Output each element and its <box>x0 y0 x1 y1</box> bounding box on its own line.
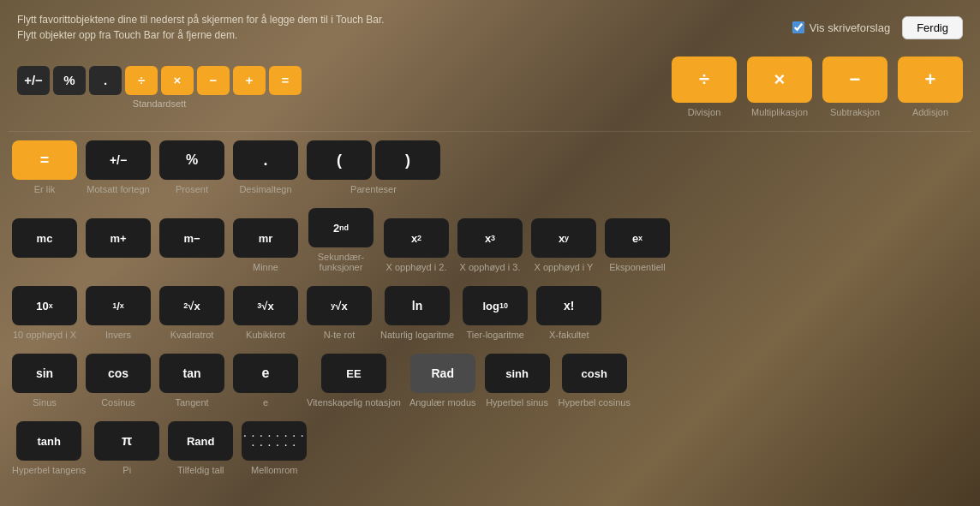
btn-x3[interactable]: x3 <box>457 218 523 258</box>
item-motsatt: +/− Motsatt fortegn <box>86 140 151 194</box>
btn-motsatt[interactable]: +/− <box>86 140 151 180</box>
item-nrt: y√x N-te rot <box>307 286 372 340</box>
op-multiplikasjon: × Multiplikasjon <box>747 57 812 117</box>
op-buttons-group: ÷ Divisjon × Multiplikasjon − Subtraksjo… <box>672 57 963 117</box>
btn-ee[interactable]: EE <box>321 354 386 393</box>
item-parenteser: ( ) Parenteser <box>307 140 440 194</box>
btn-cosh[interactable]: cosh <box>562 354 627 393</box>
item-x2: x2 X opphøyd i 2. <box>384 218 449 272</box>
btn-10x[interactable]: 10x <box>12 286 77 325</box>
btn-desimal[interactable]: . <box>233 140 298 180</box>
btn-nrt[interactable]: y√x <box>307 286 372 325</box>
lbl-x3: X opphøyd i 3. <box>460 262 521 272</box>
instruction-text: Flytt favorittobjektene dine til nederst… <box>17 12 385 43</box>
row-logs: 10x 10 opphøyd i X 1/x Invers 2√x Kvadra… <box>9 279 971 347</box>
op-divisjon-btn[interactable]: ÷ <box>672 57 737 103</box>
tb-multiply[interactable]: × <box>161 66 194 95</box>
btn-x2[interactable]: x2 <box>384 218 449 258</box>
op-addisjon: + Addisjon <box>898 57 963 117</box>
ferdig-button[interactable]: Ferdig <box>902 16 963 39</box>
lbl-rand: Tilfeldig tall <box>177 465 224 475</box>
row-trig: sin Sinus cos Cosinus tan Tangent e e EE… <box>9 347 971 414</box>
top-bar: Flytt favorittobjektene dine til nederst… <box>0 0 980 51</box>
btn-pi[interactable]: π <box>94 421 159 461</box>
item-cbrt: 3√x Kubikkrot <box>233 286 298 340</box>
btn-xy[interactable]: xy <box>531 218 596 258</box>
item-ex: ex Eksponentiell <box>605 218 670 272</box>
btn-prosent[interactable]: % <box>159 140 224 180</box>
lbl-tanh: Hyperbel tangens <box>12 465 86 475</box>
lbl-tan: Tangent <box>175 397 208 408</box>
btn-xfak[interactable]: x! <box>536 286 601 325</box>
btn-ln[interactable]: ln <box>385 286 450 325</box>
btn-mminus[interactable]: m− <box>159 218 224 258</box>
btn-mr[interactable]: mr <box>233 218 298 258</box>
lbl-mplus <box>117 262 119 272</box>
vis-skriveforslag-text: Vis skriveforslag <box>810 21 890 34</box>
item-ln: ln Naturlig logaritme <box>380 286 454 340</box>
op-multiplikasjon-btn[interactable]: × <box>747 57 812 103</box>
lbl-mc <box>43 262 45 272</box>
instruction-line2: Flytt objekter opp fra Touch Bar for å f… <box>17 27 385 43</box>
btn-left-paren[interactable]: ( <box>307 140 372 180</box>
btn-sin[interactable]: sin <box>12 354 77 393</box>
btn-tan[interactable]: tan <box>159 354 224 393</box>
btn-rad[interactable]: Rad <box>410 354 475 393</box>
btn-er-lik[interactable]: = <box>12 140 77 180</box>
btn-sqrt[interactable]: 2√x <box>159 286 224 325</box>
item-xfak: x! X-fakultet <box>536 286 601 340</box>
lbl-nrt: N-te rot <box>324 330 356 340</box>
item-space: · · · · · · · · · · · · · · Mellomrom <box>242 421 307 475</box>
op-addisjon-btn[interactable]: + <box>898 57 963 103</box>
item-desimal: . Desimaltegn <box>233 140 298 194</box>
vis-skriveforslag-checkbox[interactable] <box>792 21 804 33</box>
item-er-lik: = Er lik <box>12 140 77 194</box>
btn-right-paren[interactable]: ) <box>375 140 440 180</box>
item-invers: 1/x Invers <box>86 286 151 340</box>
item-sqrt: 2√x Kvadratrot <box>159 286 224 340</box>
instruction-line1: Flytt favorittobjektene dine til nederst… <box>17 12 385 27</box>
tb-equals[interactable]: = <box>269 66 302 95</box>
item-10x: 10x 10 opphøyd i X <box>12 286 77 340</box>
tb-plus[interactable]: + <box>233 66 266 95</box>
lbl-sin: Sinus <box>33 397 57 408</box>
tb-plus-minus[interactable]: +/− <box>17 66 50 95</box>
btn-mc[interactable]: mc <box>12 218 77 258</box>
btn-space[interactable]: · · · · · · · · · · · · · · <box>242 421 307 461</box>
btn-sinh[interactable]: sinh <box>485 354 550 393</box>
lbl-mminus <box>190 262 193 272</box>
vis-skriveforslag-label[interactable]: Vis skriveforslag <box>792 21 890 34</box>
row-basic: = Er lik +/− Motsatt fortegn % Prosent .… <box>9 134 971 201</box>
lbl-xfak: X-fakultet <box>549 330 589 340</box>
item-rad: Rad Angulær modus <box>409 354 476 408</box>
btn-ex[interactable]: ex <box>605 218 670 258</box>
lbl-2nd: Sekundær-funksjoner <box>307 252 375 272</box>
tb-percent[interactable]: % <box>53 66 86 95</box>
btn-mplus[interactable]: m+ <box>86 218 151 258</box>
btn-log10[interactable]: log10 <box>463 286 528 325</box>
tb-minus[interactable]: − <box>197 66 230 95</box>
item-prosent: % Prosent <box>159 140 224 194</box>
btn-e[interactable]: e <box>233 354 298 393</box>
lbl-e: e <box>263 397 268 408</box>
op-addisjon-label: Addisjon <box>912 107 948 117</box>
op-divisjon: ÷ Divisjon <box>672 57 737 117</box>
lbl-cos: Cosinus <box>101 397 135 408</box>
lbl-sqrt: Kvadratrot <box>170 330 214 340</box>
op-subtraksjon-btn[interactable]: − <box>822 57 887 103</box>
btn-2nd[interactable]: 2nd <box>308 208 373 247</box>
lbl-motsatt: Motsatt fortegn <box>87 184 149 194</box>
tb-divide[interactable]: ÷ <box>125 66 158 95</box>
lbl-cosh: Hyperbel cosinus <box>559 397 630 408</box>
standard-set-group: +/− % . ÷ × − + = Standardsett <box>17 66 302 109</box>
item-pi: π Pi <box>94 421 159 475</box>
lbl-log10: Tier-logaritme <box>466 330 523 340</box>
item-xy: xy X opphøyd i Y <box>531 218 596 272</box>
btn-tanh[interactable]: tanh <box>16 421 81 461</box>
btn-cbrt[interactable]: 3√x <box>233 286 298 325</box>
item-sin: sin Sinus <box>12 354 77 408</box>
btn-cos[interactable]: cos <box>86 354 151 393</box>
tb-decimal[interactable]: . <box>89 66 122 95</box>
btn-rand[interactable]: Rand <box>168 421 233 461</box>
btn-invers[interactable]: 1/x <box>86 286 151 325</box>
